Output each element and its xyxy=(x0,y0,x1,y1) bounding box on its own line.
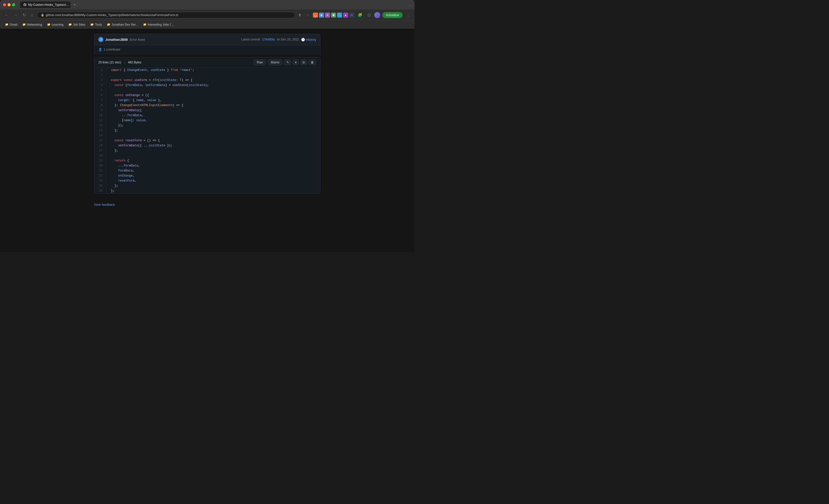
line-content: export const useForm = <T>(initState: T)… xyxy=(107,78,320,83)
line-content: }; xyxy=(107,183,320,188)
file-toolbar: 25 lines (21 sloc) | 462 Bytes Raw Blame… xyxy=(94,57,320,68)
extensions-button[interactable]: 🧩 xyxy=(356,12,364,19)
line-number: 15 xyxy=(94,138,107,143)
line-content: }; xyxy=(107,148,320,153)
clock-icon: 🕐 xyxy=(301,38,305,41)
code-line-13: 13 }; xyxy=(94,128,320,133)
line-number: 25 xyxy=(94,188,107,193)
lock-icon: 🔒 xyxy=(41,13,44,16)
bookmark-jonathan-dev[interactable]: 📁 Jonathan Dev Ser... xyxy=(105,22,140,27)
line-content: setFormData({ xyxy=(107,108,320,113)
line-number: 24 xyxy=(94,183,107,188)
code-line-21: 21 formData, xyxy=(94,168,320,173)
file-actions: Raw Blame ✎ ▾ ⧉ 🗑 xyxy=(254,59,316,65)
give-feedback-link[interactable]: Give feedback xyxy=(94,203,115,207)
extension-1[interactable]: 🦊 xyxy=(313,12,318,17)
bookmark-networking[interactable]: 📁 Networking xyxy=(21,22,44,27)
line-number: 2 xyxy=(94,73,107,78)
tab-bar: My-Custom-Hooks_Typescri... ✕ + xyxy=(20,1,406,8)
commit-author[interactable]: JonathanJB88 xyxy=(105,38,128,41)
line-content: ...formData, xyxy=(107,113,320,118)
title-bar: My-Custom-Hooks_Typescri... ✕ + ⌄ xyxy=(0,0,414,9)
menu-button[interactable]: ⋮ xyxy=(405,12,411,19)
code-line-23: 23 resetForm, xyxy=(94,178,320,183)
line-number: 14 xyxy=(94,133,107,138)
copy-icon[interactable]: ⧉ xyxy=(300,59,307,65)
line-number: 22 xyxy=(94,173,107,178)
bookmark-interesting-jobs[interactable]: 📁 Interesting Jobs I'... xyxy=(141,22,176,27)
home-button[interactable]: ⌂ xyxy=(29,12,35,19)
line-number: 13 xyxy=(94,128,107,133)
edit-icon[interactable]: ✎ xyxy=(284,59,291,65)
extension-3[interactable]: ● xyxy=(325,12,330,17)
code-line-17: 17 }; xyxy=(94,148,320,153)
delete-icon[interactable]: 🗑 xyxy=(309,59,316,65)
bookmark-job-sites[interactable]: 📁 Job Sites xyxy=(66,22,87,27)
line-number: 18 xyxy=(94,153,107,158)
line-number: 6 xyxy=(94,93,107,98)
extension-4[interactable]: 📋 xyxy=(331,12,336,17)
code-line-18: 18 xyxy=(94,153,320,158)
commit-hash[interactable]: 174d89a xyxy=(262,38,275,41)
page-content: J JonathanJB88 Error fixed Latest commit… xyxy=(0,29,414,252)
history-link[interactable]: 🕐 History xyxy=(301,38,316,41)
extension-2[interactable]: ◆ xyxy=(319,12,324,17)
maximize-button[interactable] xyxy=(12,3,15,6)
extension-7[interactable]: □ xyxy=(349,12,354,17)
latest-commit-label: Latest commit xyxy=(241,38,260,41)
extension-5[interactable]: 🔧 xyxy=(337,12,342,17)
line-number: 11 xyxy=(94,118,107,123)
back-button[interactable]: ← xyxy=(3,12,10,19)
split-view-button[interactable]: ⊡ xyxy=(366,12,372,19)
raw-button[interactable]: Raw xyxy=(254,59,266,65)
nav-actions: ⬆ ☆ xyxy=(297,12,311,19)
line-content: import { ChangeEvent, useState } from 'r… xyxy=(107,68,320,73)
browser-window: My-Custom-Hooks_Typescri... ✕ + ⌄ ← → ↻ … xyxy=(0,0,414,252)
line-number: 10 xyxy=(94,113,107,118)
bookmark-tools[interactable]: 📁 Tools xyxy=(88,22,104,27)
bookmark-job-sites-label: Job Sites xyxy=(73,23,85,26)
forward-button[interactable]: → xyxy=(12,12,19,19)
actualizar-button[interactable]: Actualizar xyxy=(382,12,403,18)
minimize-button[interactable] xyxy=(7,3,10,6)
commit-bar: J JonathanJB88 Error fixed Latest commit… xyxy=(94,34,320,45)
blame-button[interactable]: Blame xyxy=(267,59,283,65)
code-line-10: 10 ...formData, xyxy=(94,113,320,118)
extension-6[interactable]: ▲ xyxy=(343,12,348,17)
line-number: 17 xyxy=(94,148,107,153)
bookmark-interesting-jobs-label: Interesting Jobs I'... xyxy=(148,23,174,26)
line-number: 5 xyxy=(94,88,107,93)
edit-dropdown-icon[interactable]: ▾ xyxy=(293,59,299,65)
address-bar[interactable]: 🔒 github.com/JonathanJB88/My-Custom-Hook… xyxy=(37,12,295,19)
bookmark-gmail-label: Gmail xyxy=(9,23,17,26)
profile-avatar[interactable] xyxy=(374,12,380,18)
window-control-chevron[interactable]: ⌄ xyxy=(408,3,411,7)
line-number: 21 xyxy=(94,168,107,173)
bookmarks-bar: 📁 Gmail 📁 Networking 📁 Learning 📁 Job Si… xyxy=(0,21,414,29)
contributors-bar: 👤 1 contributor xyxy=(94,45,320,54)
folder-icon: 📁 xyxy=(143,23,147,26)
share-button[interactable]: ⬆ xyxy=(297,12,303,19)
line-number: 20 xyxy=(94,163,107,168)
author-avatar: J xyxy=(98,37,103,42)
bookmark-button[interactable]: ☆ xyxy=(304,12,311,19)
line-number: 4 xyxy=(94,83,107,88)
tab-favicon xyxy=(23,3,27,6)
line-content: }: ChangeEvent<HTMLInputElement>) => { xyxy=(107,103,320,108)
line-number: 7 xyxy=(94,98,107,103)
code-line-5: 5 xyxy=(94,88,320,93)
commit-left: J JonathanJB88 Error fixed xyxy=(98,37,145,42)
line-content xyxy=(107,153,320,158)
code-line-11: 11 [name]: value, xyxy=(94,118,320,123)
line-content: }); xyxy=(107,123,320,128)
bookmark-networking-label: Networking xyxy=(27,23,42,26)
bookmark-gmail[interactable]: 📁 Gmail xyxy=(3,22,20,27)
active-tab[interactable]: My-Custom-Hooks_Typescri... ✕ xyxy=(20,1,70,8)
line-content: }; xyxy=(107,128,320,133)
refresh-button[interactable]: ↻ xyxy=(21,11,27,19)
bookmark-learning[interactable]: 📁 Learning xyxy=(45,22,65,27)
new-tab-button[interactable]: + xyxy=(71,1,78,8)
contributors-label[interactable]: 1 contributor xyxy=(104,48,120,51)
close-button[interactable] xyxy=(3,3,6,6)
commit-date: on Dec 20, 2022 xyxy=(277,38,299,41)
